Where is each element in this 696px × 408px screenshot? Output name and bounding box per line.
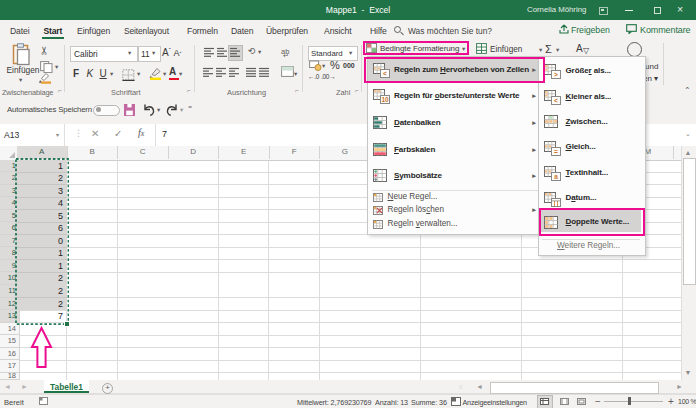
svg-text:a: a	[554, 173, 558, 180]
svg-text:=: =	[554, 148, 558, 155]
svg-text:10: 10	[381, 96, 389, 103]
svg-text:<: <	[554, 97, 558, 104]
svg-text:>: >	[554, 71, 558, 78]
